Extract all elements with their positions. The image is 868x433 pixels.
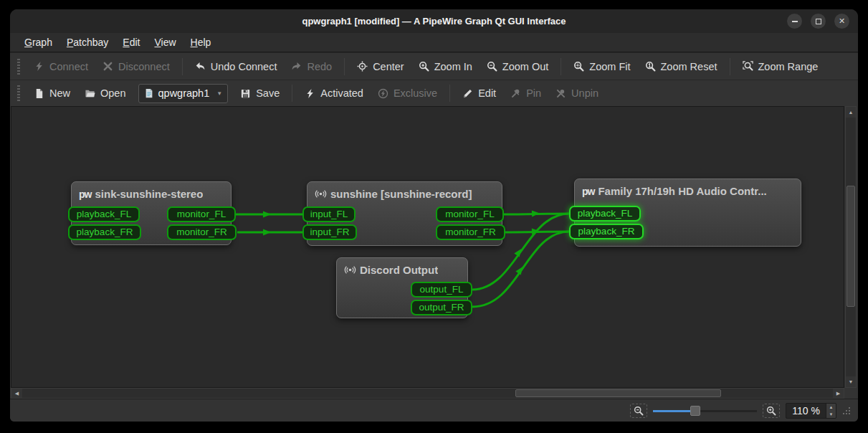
activated-button[interactable]: Activated — [298, 83, 370, 103]
scroll-left-icon: ◀ — [15, 391, 19, 396]
activated-bolt-icon — [305, 88, 315, 99]
port-monitor-fr[interactable]: monitor_FR — [436, 224, 505, 240]
zoom-reset-button[interactable]: Zoom Reset — [639, 57, 724, 77]
save-button[interactable]: Save — [234, 83, 286, 103]
unpin-icon — [555, 88, 566, 99]
port-monitor-fr[interactable]: monitor_FR — [167, 224, 237, 240]
app-window: qpwgraph1 [modified] — A PipeWire Graph … — [10, 9, 858, 422]
save-floppy-icon — [240, 88, 251, 99]
spin-down-icon[interactable]: ▼ — [826, 411, 836, 418]
node-title: Discord Output — [360, 264, 438, 276]
port-playback-fr[interactable]: playback_FR — [68, 224, 141, 240]
port-playback-fl[interactable]: playback_FL — [68, 206, 140, 222]
arrowhead — [532, 210, 540, 217]
port-output-fl[interactable]: output_FL — [411, 282, 472, 298]
arrowhead — [263, 229, 271, 236]
zoom-reset-icon — [645, 61, 656, 72]
new-file-icon — [34, 88, 44, 99]
connection-lines — [11, 107, 844, 388]
port-output-fr[interactable]: output_FR — [411, 300, 472, 315]
scroll-right-button[interactable]: ▶ — [833, 389, 844, 398]
port-input-fl[interactable]: input_FL — [302, 206, 356, 222]
vertical-scrollbar[interactable]: ▲ ▼ — [845, 106, 857, 388]
disconnect-x-icon — [102, 61, 113, 72]
resize-grip[interactable] — [842, 406, 851, 415]
zoom-slider-fill — [653, 410, 695, 412]
port-monitor-fl[interactable]: monitor_FL — [436, 206, 504, 222]
minimize-icon — [792, 21, 798, 22]
horizontal-scroll-thumb[interactable] — [515, 389, 721, 397]
scroll-up-button[interactable]: ▲ — [846, 107, 856, 118]
zoom-range-button[interactable]: Zoom Range — [736, 57, 825, 77]
separator — [182, 58, 183, 75]
zoom-percent-spinbox[interactable]: 110 % ▲ ▼ — [786, 403, 836, 419]
menu-patchbay[interactable]: Patchbay — [59, 33, 115, 52]
menubar: Graph Patchbay Edit View Help — [10, 33, 858, 52]
port-monitor-fl[interactable]: monitor_FL — [167, 206, 236, 222]
horizontal-scrollbar[interactable]: ◀ ▶ — [11, 388, 844, 399]
scroll-down-button[interactable]: ▼ — [846, 376, 856, 387]
new-button[interactable]: New — [27, 83, 77, 103]
zoom-out-button[interactable]: Zoom Out — [480, 57, 555, 77]
chevron-down-icon: ▼ — [216, 90, 222, 97]
redo-button[interactable]: Redo — [285, 57, 338, 77]
statusbar-zoom-in-button[interactable] — [763, 404, 780, 418]
zoom-slider-handle[interactable] — [690, 406, 700, 416]
undo-connect-button[interactable]: Undo Connect — [189, 57, 284, 77]
maximize-icon — [816, 19, 821, 24]
node-title: sink-sunshine-stereo — [95, 188, 203, 200]
connection-monitorfr-playbackfr — [505, 232, 569, 232]
disconnect-button[interactable]: Disconnect — [96, 57, 176, 77]
statusbar-zoom-out-button[interactable] — [630, 404, 647, 418]
stream-icon — [315, 188, 327, 200]
node-title: Family 17h/19h HD Audio Contr... — [598, 185, 766, 197]
edit-pencil-icon — [462, 88, 473, 99]
port-input-fr[interactable]: input_FR — [302, 224, 357, 240]
toolbar-grip[interactable] — [17, 59, 20, 75]
separator — [292, 85, 292, 102]
separator — [730, 58, 730, 75]
scroll-left-button[interactable]: ◀ — [11, 389, 22, 398]
toolbar-grip[interactable] — [17, 85, 20, 101]
arrowhead — [515, 265, 525, 275]
unpin-button[interactable]: Unpin — [549, 83, 605, 103]
zoom-fit-button[interactable]: Zoom Fit — [567, 57, 636, 77]
close-icon: ✕ — [839, 16, 845, 26]
pin-icon — [510, 88, 521, 99]
scroll-right-icon: ▶ — [836, 391, 840, 396]
zoom-slider[interactable] — [653, 405, 757, 417]
minimize-button[interactable] — [787, 14, 802, 29]
port-playback-fr[interactable]: playback_FR — [569, 224, 644, 239]
patchbay-doc-icon — [144, 88, 154, 98]
center-button[interactable]: Center — [350, 57, 411, 77]
graph-view: pw sink-sunshine-stereo playback_FL play… — [10, 106, 858, 399]
redo-icon — [291, 61, 302, 72]
toolbar-patchbay: New Open qpwgraph1 ▼ Save Activated Excl… — [10, 80, 858, 106]
spin-up-icon[interactable]: ▲ — [826, 404, 836, 411]
port-playback-fl[interactable]: playback_FL — [569, 206, 641, 222]
menu-edit[interactable]: Edit — [115, 33, 147, 52]
maximize-button[interactable] — [811, 14, 826, 29]
scroll-up-icon: ▲ — [849, 110, 854, 115]
connect-button[interactable]: Connect — [27, 57, 95, 77]
vertical-scroll-thumb[interactable] — [846, 186, 855, 307]
zoom-percent-value: 110 % — [786, 404, 826, 418]
open-folder-icon — [85, 88, 95, 99]
menu-help[interactable]: Help — [183, 33, 219, 52]
pin-button[interactable]: Pin — [504, 83, 548, 103]
exclusive-button[interactable]: Exclusive — [371, 83, 444, 103]
menu-graph[interactable]: Graph — [17, 33, 59, 52]
edit-button[interactable]: Edit — [456, 83, 502, 103]
connection-monitorfl-playbackfl — [504, 214, 569, 214]
close-button[interactable]: ✕ — [834, 14, 849, 29]
arrowhead — [514, 247, 524, 257]
zoom-in-icon — [419, 61, 429, 72]
patchbay-selector[interactable]: qpwgraph1 ▼ — [138, 84, 229, 103]
open-button[interactable]: Open — [78, 83, 132, 103]
separator — [449, 85, 450, 102]
menu-view[interactable]: View — [147, 33, 183, 52]
zoom-in-button[interactable]: Zoom In — [412, 57, 479, 77]
window-title: qpwgraph1 [modified] — A PipeWire Graph … — [10, 9, 858, 33]
node-title: sunshine [sunshine-record] — [330, 188, 472, 200]
graph-canvas[interactable]: pw sink-sunshine-stereo playback_FL play… — [11, 106, 844, 388]
